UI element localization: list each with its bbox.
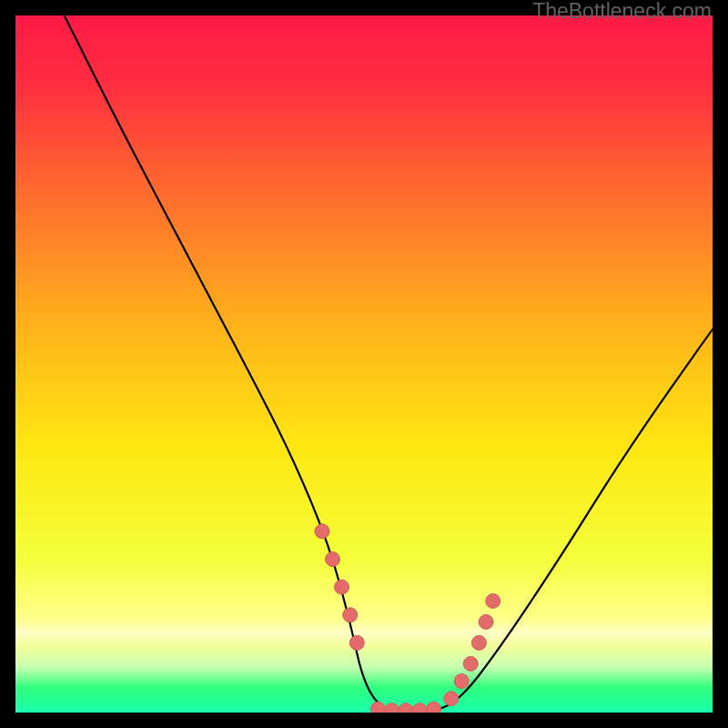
dot <box>471 635 486 650</box>
dot <box>335 580 349 594</box>
dot <box>315 524 329 539</box>
dot <box>343 608 358 622</box>
dot <box>349 635 364 650</box>
dot <box>444 692 459 706</box>
bottleneck-curve <box>65 15 713 713</box>
dot <box>486 593 500 608</box>
dot <box>385 703 399 713</box>
dot <box>463 656 478 671</box>
watermark-text: TheBottleneck.com <box>532 0 712 24</box>
dot <box>427 702 441 713</box>
dot <box>326 552 340 567</box>
plot-frame <box>15 15 713 713</box>
dot <box>370 702 385 713</box>
dot <box>412 703 427 713</box>
dot <box>399 703 413 713</box>
dot <box>479 614 493 629</box>
dot <box>454 674 469 689</box>
plot-svg <box>15 15 713 713</box>
